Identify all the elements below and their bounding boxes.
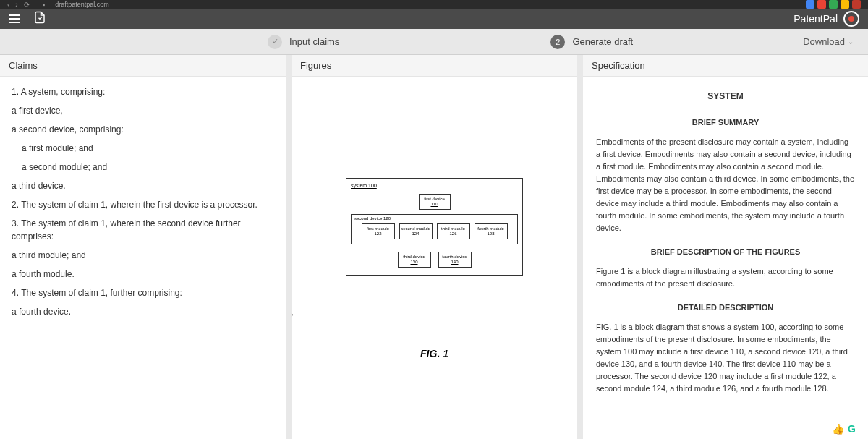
step-number: 2: [550, 35, 565, 49]
spec-paragraph: Figure 1 is a block diagram illustrating…: [596, 265, 855, 290]
document-icon[interactable]: [33, 11, 46, 27]
figure-canvas[interactable]: system 100 first device110 second device…: [292, 77, 577, 439]
ext-icon[interactable]: [806, 0, 814, 9]
figure-label: second device 120: [354, 216, 514, 223]
figure-first-device: first device110: [419, 194, 451, 210]
lock-icon: ▪: [43, 1, 46, 9]
main-columns: Claims 1. A system, comprising: a first …: [0, 55, 868, 439]
figure-module: second module124: [399, 223, 433, 239]
stepper-bar: ✓ Input claims 2 Generate draft Download…: [0, 29, 868, 55]
claim-text: a first device,: [12, 104, 274, 117]
ext-icon[interactable]: [852, 0, 861, 9]
brand-logo-icon: [843, 11, 859, 27]
figure-label: system 100: [349, 183, 519, 191]
ext-icon[interactable]: [841, 0, 849, 9]
spec-heading: BRIEF SUMMARY: [596, 116, 855, 129]
figure-second-device: second device 120 first module122 second…: [351, 214, 518, 244]
figures-panel: → Figures system 100 first device110 sec…: [292, 55, 577, 439]
claim-text: 4. The system of claim 1, further compri…: [12, 286, 274, 299]
claim-text: 2. The system of claim 1, wherein the fi…: [12, 198, 274, 211]
claim-text: 1. A system, comprising:: [12, 85, 274, 98]
spec-heading: DETAILED DESCRIPTION: [596, 302, 855, 314]
claim-text: a third module; and: [12, 249, 274, 262]
hamburger-icon[interactable]: [9, 14, 20, 23]
figure-system-box: system 100 first device110 second device…: [346, 178, 523, 276]
figure-module: third module126: [437, 223, 470, 239]
figure-caption: FIG. 1: [420, 348, 448, 359]
step-generate-draft[interactable]: 2 Generate draft: [550, 35, 633, 49]
brand: PatentPal: [793, 11, 859, 27]
spec-heading: BRIEF DESCRIPTION OF THE FIGURES: [596, 246, 855, 258]
figure-fourth-device: fourth device140: [438, 252, 472, 268]
claims-panel: Claims 1. A system, comprising: a first …: [0, 55, 286, 439]
figure-module: first module122: [362, 223, 395, 239]
claim-text: a second module; and: [22, 161, 274, 174]
figure-third-device: third device130: [398, 252, 431, 268]
spec-header: Specification: [583, 55, 868, 77]
ext-icon[interactable]: [817, 0, 826, 9]
forward-icon[interactable]: ›: [15, 1, 17, 9]
download-button[interactable]: Download ⌄: [803, 36, 854, 47]
spec-paragraph: Embodiments of the present disclosure ma…: [596, 136, 855, 234]
claim-text: a second device, comprising:: [12, 123, 274, 136]
reload-icon[interactable]: ⟳: [24, 1, 30, 9]
spec-body[interactable]: SYSTEM BRIEF SUMMARY Embodiments of the …: [583, 77, 868, 411]
extension-icons: [806, 0, 861, 9]
figure-module: fourth module128: [475, 223, 508, 239]
claims-body[interactable]: 1. A system, comprising: a first device,…: [0, 77, 286, 439]
url-text[interactable]: draftpatentpal.com: [55, 1, 109, 8]
claims-header: Claims: [0, 55, 286, 77]
specification-panel: Specification SYSTEM BRIEF SUMMARY Embod…: [583, 55, 868, 439]
brand-name: PatentPal: [793, 13, 838, 25]
spec-title: SYSTEM: [596, 90, 855, 103]
claim-text: a fourth device.: [12, 305, 274, 318]
claim-text: a fourth module.: [12, 268, 274, 281]
step-label: Generate draft: [572, 36, 633, 47]
claim-text: a first module; and: [22, 142, 274, 155]
checkmark-icon: ✓: [268, 35, 282, 49]
spec-paragraph: FIG. 1 is a block diagram that shows a s…: [596, 321, 855, 395]
claim-text: a third device.: [12, 179, 274, 192]
thumbs-up-icon[interactable]: 👍: [832, 423, 843, 435]
arrow-right-icon[interactable]: →: [284, 308, 297, 321]
figures-header: Figures: [292, 55, 577, 77]
ext-icon[interactable]: [829, 0, 838, 9]
app-header: PatentPal: [0, 9, 868, 29]
browser-chrome-bar: ‹ › ⟳ ▪ draftpatentpal.com: [0, 0, 868, 9]
step-label: Input claims: [289, 36, 339, 47]
grammarly-icon[interactable]: G: [848, 423, 859, 435]
step-input-claims[interactable]: ✓ Input claims: [268, 35, 339, 49]
claim-text: 3. The system of claim 1, wherein the se…: [12, 217, 274, 243]
chevron-down-icon: ⌄: [848, 38, 854, 46]
back-icon[interactable]: ‹: [7, 1, 9, 9]
